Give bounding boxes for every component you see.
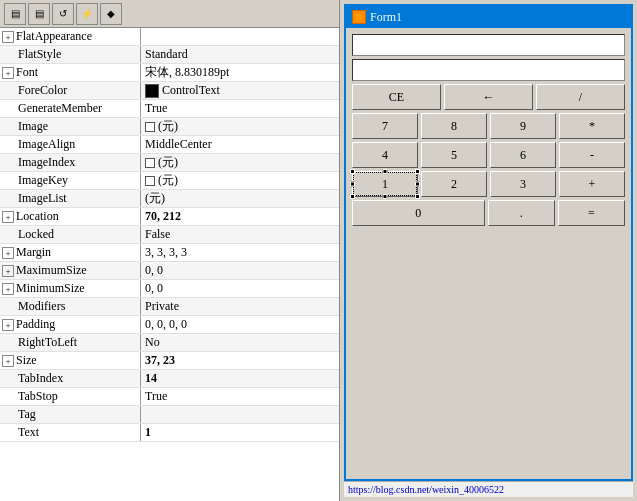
- prop-row[interactable]: GenerateMemberTrue: [0, 100, 339, 118]
- prop-row[interactable]: +Font宋体, 8.830189pt: [0, 64, 339, 82]
- prop-row[interactable]: Text1: [0, 424, 339, 442]
- prop-value: MiddleCenter: [141, 137, 339, 152]
- small-swatch: [145, 158, 155, 168]
- prop-rows-container[interactable]: +FlatAppearanceFlatStyleStandard+Font宋体,…: [0, 28, 339, 501]
- prop-name: +MinimumSize: [0, 281, 140, 296]
- handle-tr: [415, 169, 420, 174]
- calc-btn-0[interactable]: 0: [352, 200, 485, 226]
- calc-btn-8[interactable]: 8: [421, 113, 487, 139]
- prop-name: ImageIndex: [0, 155, 140, 170]
- prop-name: RightToLeft: [0, 335, 140, 350]
- color-swatch: [145, 84, 159, 98]
- prop-row[interactable]: +MaximumSize0, 0: [0, 262, 339, 280]
- expand-icon[interactable]: +: [2, 265, 14, 277]
- prop-name: ImageKey: [0, 173, 140, 188]
- prop-row[interactable]: +Padding0, 0, 0, 0: [0, 316, 339, 334]
- calc-btn-eq[interactable]: =: [558, 200, 625, 226]
- calc-btn-back[interactable]: ←: [444, 84, 533, 110]
- expand-icon[interactable]: +: [2, 355, 14, 367]
- prop-name: +Margin: [0, 245, 140, 260]
- prop-row[interactable]: +Margin3, 3, 3, 3: [0, 244, 339, 262]
- prop-value: 0, 0: [141, 281, 339, 296]
- prop-name: Locked: [0, 227, 140, 242]
- calc-btn-5[interactable]: 5: [421, 142, 487, 168]
- prop-row[interactable]: Tag: [0, 406, 339, 424]
- prop-row[interactable]: +FlatAppearance: [0, 28, 339, 46]
- prop-row[interactable]: RightToLeftNo: [0, 334, 339, 352]
- handle-mr: [415, 182, 420, 187]
- toolbar-btn-3[interactable]: ↺: [52, 3, 74, 25]
- form-icon: 🟠: [352, 10, 366, 24]
- expand-icon[interactable]: +: [2, 31, 14, 43]
- prop-row[interactable]: +MinimumSize0, 0: [0, 280, 339, 298]
- expand-icon[interactable]: +: [2, 247, 14, 259]
- prop-name: +FlatAppearance: [0, 29, 140, 44]
- prop-name: ImageList: [0, 191, 140, 206]
- calc-btn-3[interactable]: 3: [490, 171, 556, 197]
- prop-divider: [140, 28, 141, 45]
- handle-bc: [383, 194, 388, 199]
- calc-row-1: 7 8 9 *: [352, 113, 625, 139]
- prop-name: GenerateMember: [0, 101, 140, 116]
- calc-btn-4[interactable]: 4: [352, 142, 418, 168]
- prop-row[interactable]: ForeColorControlText: [0, 82, 339, 100]
- prop-row[interactable]: FlatStyleStandard: [0, 46, 339, 64]
- calc-btn-9[interactable]: 9: [490, 113, 556, 139]
- prop-value: (元): [141, 190, 339, 207]
- prop-name: Text: [0, 425, 140, 440]
- calc-container: CE ← / 7 8 9 * 4 5 6 -: [352, 34, 625, 473]
- prop-row[interactable]: LockedFalse: [0, 226, 339, 244]
- calc-display1[interactable]: [352, 34, 625, 56]
- form-titlebar: 🟠 Form1: [346, 6, 631, 28]
- prop-name: Tag: [0, 407, 140, 422]
- prop-row[interactable]: TabIndex14: [0, 370, 339, 388]
- prop-row[interactable]: ImageAlignMiddleCenter: [0, 136, 339, 154]
- calc-btn-mul[interactable]: *: [559, 113, 625, 139]
- calc-btn-div[interactable]: /: [536, 84, 625, 110]
- prop-name: +Location: [0, 209, 140, 224]
- prop-row[interactable]: ModifiersPrivate: [0, 298, 339, 316]
- toolbar-btn-2[interactable]: ▤: [28, 3, 50, 25]
- prop-row[interactable]: +Location70, 212: [0, 208, 339, 226]
- calc-btn-6[interactable]: 6: [490, 142, 556, 168]
- prop-name: +MaximumSize: [0, 263, 140, 278]
- handle-tc: [383, 169, 388, 174]
- prop-row[interactable]: TabStopTrue: [0, 388, 339, 406]
- calc-btn-7[interactable]: 7: [352, 113, 418, 139]
- prop-row[interactable]: ImageIndex(元): [0, 154, 339, 172]
- prop-name: +Padding: [0, 317, 140, 332]
- calc-btn-2[interactable]: 2: [421, 171, 487, 197]
- right-panel: 🟠 Form1 CE ← / 7 8 9 *: [340, 0, 637, 501]
- prop-name: ForeColor: [0, 83, 140, 98]
- calc-row-4: 0 . =: [352, 200, 625, 226]
- prop-row[interactable]: +Size37, 23: [0, 352, 339, 370]
- calc-btn-add[interactable]: +: [559, 171, 625, 197]
- calc-btn-sub[interactable]: -: [559, 142, 625, 168]
- prop-value: 70, 212: [141, 209, 339, 224]
- prop-name: TabStop: [0, 389, 140, 404]
- expand-icon[interactable]: +: [2, 67, 14, 79]
- prop-value: (元): [141, 172, 339, 189]
- prop-name: +Size: [0, 353, 140, 368]
- prop-value: True: [141, 101, 339, 116]
- calc-btn-1[interactable]: 1: [352, 171, 418, 197]
- prop-row[interactable]: ImageList(元): [0, 190, 339, 208]
- prop-value: 3, 3, 3, 3: [141, 245, 339, 260]
- toolbar-btn-5[interactable]: ◆: [100, 3, 122, 25]
- expand-icon[interactable]: +: [2, 283, 14, 295]
- expand-icon[interactable]: +: [2, 319, 14, 331]
- calc-display2[interactable]: [352, 59, 625, 81]
- prop-value: ControlText: [141, 83, 339, 98]
- prop-value: (元): [141, 154, 339, 171]
- handle-ml: [350, 182, 355, 187]
- calc-btn-ce[interactable]: CE: [352, 84, 441, 110]
- prop-value: False: [141, 227, 339, 242]
- toolbar-btn-1[interactable]: ▤: [4, 3, 26, 25]
- prop-row[interactable]: ImageKey(元): [0, 172, 339, 190]
- calc-btn-dot[interactable]: .: [488, 200, 555, 226]
- toolbar-btn-4[interactable]: ⚡: [76, 3, 98, 25]
- expand-icon[interactable]: +: [2, 211, 14, 223]
- prop-value: No: [141, 335, 339, 350]
- prop-row[interactable]: Image(元): [0, 118, 339, 136]
- handle-bl: [350, 194, 355, 199]
